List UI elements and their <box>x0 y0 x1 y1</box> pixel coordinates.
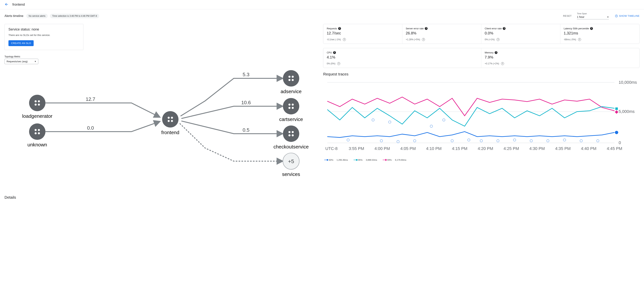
x-tick: 4:20 PM <box>478 146 493 151</box>
status-title: Service status: none <box>8 28 80 31</box>
metric-value: 12.7/sec <box>327 31 399 35</box>
topology-node-checkoutservice[interactable] <box>283 125 299 142</box>
metric-label: Memory <box>485 51 494 54</box>
legend-p50[interactable]: 50%: 1,295.36ms <box>324 159 348 161</box>
legend-p95[interactable]: 95%: 3,888.53ms <box>354 159 377 161</box>
svg-point-14 <box>168 120 170 122</box>
topology-node-cartservice[interactable] <box>283 98 299 114</box>
metric-value: 0.0% <box>485 31 557 35</box>
x-tick: 3:55 PM <box>349 146 364 151</box>
help-icon[interactable]: ? <box>590 27 593 30</box>
help-icon[interactable]: ? <box>496 38 500 41</box>
topology-metric-select[interactable]: Requests/sec (avg) ▼ <box>4 59 38 64</box>
edge-label: 10.6 <box>241 100 251 105</box>
svg-point-20 <box>292 79 294 81</box>
x-tick: 4:35 PM <box>555 146 570 151</box>
help-icon[interactable]: ? <box>425 27 428 30</box>
node-label: cartservice <box>279 116 303 122</box>
no-alerts-pill: No service alerts <box>26 14 48 18</box>
svg-point-4 <box>34 103 37 105</box>
svg-point-50 <box>564 139 566 141</box>
metric-label: Server error rate <box>406 27 424 30</box>
svg-point-46 <box>497 139 499 142</box>
svg-point-9 <box>34 132 37 134</box>
help-icon[interactable]: ? <box>337 62 340 65</box>
topology-node-loadgenerator[interactable] <box>29 95 46 111</box>
x-tick: 4:05 PM <box>400 146 416 151</box>
help-icon[interactable]: ? <box>495 51 498 54</box>
metric-memory[interactable]: Memory? 7.9% +0.17% (+2%)? <box>481 48 639 68</box>
help-icon[interactable]: ? <box>333 51 336 54</box>
metric-value: 4.1% <box>327 55 478 59</box>
svg-point-21 <box>283 98 299 114</box>
y-tick: 5,000ms <box>619 109 634 114</box>
svg-point-38 <box>388 121 391 123</box>
alerts-toolbar: Alerts timeline No service alerts Time s… <box>4 13 640 19</box>
svg-point-7 <box>34 129 37 131</box>
svg-point-37 <box>380 139 383 142</box>
y-tick: 10,000ms <box>619 80 637 85</box>
svg-point-22 <box>288 103 290 105</box>
x-tick: 4:40 PM <box>581 146 596 151</box>
help-icon[interactable]: ? <box>422 38 425 41</box>
status-desc: There are no SLOs set for this service. <box>8 34 80 37</box>
metric-latency-p50[interactable]: Latency 50th percentile? 1,321ms -68ms (… <box>560 24 639 44</box>
metric-requests[interactable]: Requests? 12.7/sec -0.1/sec (-1%)? <box>323 24 402 44</box>
svg-point-16 <box>283 70 299 87</box>
node-label: frontend <box>162 130 180 135</box>
header-bar: frontend <box>0 0 644 10</box>
node-label: unknown <box>28 142 47 148</box>
legend-p99[interactable]: 99%: 6,179.84ms <box>383 159 406 161</box>
topology-node-unknown[interactable] <box>29 123 46 140</box>
svg-point-24 <box>288 107 290 109</box>
help-icon[interactable]: ? <box>501 62 504 65</box>
help-icon[interactable]: ? <box>503 27 506 30</box>
svg-point-11 <box>162 111 178 127</box>
node-label: checkoutservice <box>274 144 309 150</box>
more-count: +5 <box>288 158 294 164</box>
back-arrow-icon[interactable] <box>4 2 9 7</box>
topology-node-frontend[interactable] <box>162 111 178 127</box>
metric-delta: 0% (+1%) <box>485 38 495 41</box>
svg-point-23 <box>292 103 294 105</box>
topology-metric-label: Topology Metric <box>4 55 316 58</box>
help-icon[interactable]: ? <box>343 38 346 41</box>
show-timeline-button[interactable]: SHOW TIMELINE <box>615 15 640 18</box>
svg-point-39 <box>397 140 399 143</box>
metric-label: Client error rate <box>485 27 502 30</box>
svg-point-43 <box>451 139 453 142</box>
topology-node-more-services[interactable]: +5 <box>283 153 299 169</box>
timespan-select[interactable]: Time Span 1 hour ▼ <box>577 13 609 19</box>
metric-cpu[interactable]: CPU? 4.1% 0% (0%)? <box>323 48 481 68</box>
service-status-card: Service status: none There are no SLOs s… <box>4 24 84 50</box>
topology-node-adservice[interactable] <box>283 70 299 87</box>
edge-label: 5.3 <box>243 72 250 77</box>
help-icon[interactable]: ? <box>578 38 581 41</box>
request-traces-chart[interactable]: 10,000ms 5,000ms 0 <box>323 78 640 161</box>
edge-label: 0.5 <box>243 127 250 133</box>
time-selection-pill: Time selection is 3:46 PM to 4:46 PM GMT… <box>50 14 99 18</box>
metric-label: Latency 50th percentile <box>564 27 589 30</box>
metric-server-error[interactable]: Server error rate? 26.8% +1.28% (+5%)? <box>402 24 481 44</box>
timespan-label: Time Span <box>577 13 609 15</box>
node-label: adservice <box>281 89 302 94</box>
topology-metric-value: Requests/sec (avg) <box>6 60 28 63</box>
svg-point-3 <box>38 100 40 102</box>
topology-diagram: 12.7 0.0 5.3 10.6 0.5 loadgenerator unkn… <box>4 66 316 189</box>
help-icon[interactable]: ? <box>338 27 341 30</box>
create-slo-button[interactable]: CREATE AN SLO <box>8 40 34 46</box>
metrics-row-1: Requests? 12.7/sec -0.1/sec (-1%)? Serve… <box>323 24 640 44</box>
metric-client-error[interactable]: Client error rate? 0.0% 0% (+1%)? <box>481 24 560 44</box>
svg-point-8 <box>38 129 40 131</box>
svg-point-30 <box>292 134 294 136</box>
reset-button[interactable]: RESET <box>563 15 572 17</box>
x-tick: 4:00 PM <box>374 146 390 151</box>
svg-point-49 <box>547 139 549 142</box>
edge-label: 12.7 <box>86 96 95 102</box>
svg-point-51 <box>580 139 582 142</box>
svg-point-44 <box>468 139 470 141</box>
svg-point-27 <box>288 131 290 133</box>
metric-delta: +0.17% (+2%) <box>485 62 499 65</box>
metrics-row-2: CPU? 4.1% 0% (0%)? Memory? 7.9% +0.17% (… <box>323 48 640 68</box>
svg-point-25 <box>292 107 294 109</box>
